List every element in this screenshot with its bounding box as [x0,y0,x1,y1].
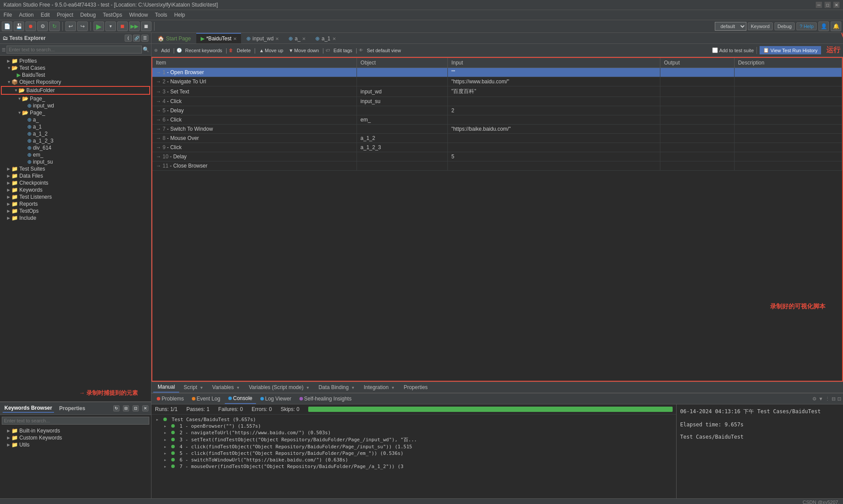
stop-button[interactable]: ⏹ [117,21,128,31]
settings-button[interactable]: ⚙ [37,21,48,31]
debug-stop-button[interactable]: ⏹ [141,21,151,31]
sub-tab-properties[interactable]: Properties [399,382,432,392]
keyword-button[interactable]: Keyword [748,22,773,30]
tree-item-a1[interactable]: ⊕ a_1 [0,123,151,130]
delete-button[interactable]: Delete [235,47,252,54]
sub-tab-data-binding[interactable]: Data Binding ▼ [314,382,359,392]
bottom-tab-event-log[interactable]: Event Log [188,394,224,404]
kb-close-button[interactable]: ✕ [142,405,148,411]
save-button[interactable]: 💾 [14,21,24,31]
table-row[interactable]: → 5 - Delay2 [152,106,842,115]
kb-options-button[interactable]: ⊟ [123,405,129,411]
move-up-button[interactable]: ▲ Move up [257,47,285,54]
link-editor-button[interactable]: 🔗 [133,35,140,42]
a-tab-close[interactable]: ✕ [302,36,306,41]
run-dropdown[interactable]: ▼ [105,21,116,31]
table-row[interactable]: → 7 - Switch To Window"https://baike.bai… [152,125,842,134]
menu-edit[interactable]: Edit [37,11,54,19]
recent-keywords-button[interactable]: Recent keywords [184,47,224,54]
refresh-button[interactable]: ↻ [49,21,60,31]
tree-item-builtin-keywords[interactable]: ▶ 📁 Built-in Keywords [0,427,151,434]
sub-tab-variables-script[interactable]: Variables (Script mode) ▼ [245,382,314,392]
table-row[interactable]: → 11 - Close Browser [152,161,842,171]
menu-project[interactable]: Project [53,11,76,19]
tab-baidutest[interactable]: ▶ *BaiduTest ✕ [196,33,241,43]
tree-item-page1[interactable]: ▼ 📂 Page_ [0,95,151,102]
tree-item-custom-keywords[interactable]: ▶ 📁 Custom Keywords [0,434,151,441]
console-log-0[interactable]: ▸ Test Cases/BaiduTest (9.657s) [153,416,674,423]
keywords-browser-tab[interactable]: Keywords Browser [3,404,54,413]
bottom-tab-console[interactable]: Console [225,393,256,404]
tree-item-profiles[interactable]: ▶ 📁 Profiles [0,57,151,64]
menu-window[interactable]: Window [126,11,151,19]
console-log-5[interactable]: ▸ 5 - click(findTestObject("Object Repos… [153,450,674,457]
properties-tab[interactable]: Properties [58,404,87,412]
menu-testops[interactable]: TestOps [99,11,126,19]
add-button[interactable]: Add [159,47,172,54]
table-row[interactable]: → 4 - Clickinput_su [152,97,842,106]
tree-item-a12[interactable]: ⊕ a_1_2 [0,130,151,137]
kb-refresh-button[interactable]: ↻ [113,405,119,411]
menu-action[interactable]: Action [15,11,37,19]
search-icon[interactable]: 🔍 [143,46,149,53]
move-down-button[interactable]: ▼ Move down [287,47,321,54]
help-button[interactable]: ? Help [796,22,817,30]
sub-tab-integration[interactable]: Integration ▼ [359,382,399,392]
view-test-run-history-button[interactable]: 📋 View Test Run History [760,46,821,54]
redo-button[interactable]: ↪ [77,21,88,31]
sub-tab-script[interactable]: Script ▼ [179,382,208,392]
tab-a[interactable]: ⊕ a_ ✕ [284,33,310,43]
record-button[interactable]: ⏺ [25,21,36,31]
tab-start-page[interactable]: 🏠 Start Page [153,33,195,43]
console-log-1[interactable]: ▸ 1 - openBrowser("") (1.557s) [153,423,674,429]
tree-item-data-files[interactable]: ▶ 📁 Data Files [0,172,151,179]
table-row[interactable]: → 10 - Delay5 [152,152,842,161]
tab-input-wd[interactable]: ⊕ input_wd ✕ [242,33,283,43]
bottom-tab-log-viewer[interactable]: Log Viewer [257,394,295,404]
menu-tools[interactable]: Tools [151,11,171,19]
table-row[interactable]: → 6 - Clickem_ [152,115,842,125]
tree-item-testops[interactable]: ▶ 📁 TestOps [0,207,151,214]
bottom-settings-icon[interactable]: ⚙ [812,396,817,402]
tree-item-div614[interactable]: ⊕ div_614 [0,144,151,151]
table-row[interactable]: → 3 - Set Textinput_wd"百度百科" [152,86,842,97]
sub-tab-variables[interactable]: Variables ▼ [208,382,244,392]
kb-maximize-button[interactable]: ⊡ [133,405,139,411]
collapse-all-button[interactable]: ⟨ [125,35,132,42]
tree-item-baidutest[interactable]: ▶ BaiduTest [0,71,151,79]
bottom-options-icon[interactable]: ⋮ [825,396,830,402]
explorer-search-input[interactable] [7,46,142,54]
console-log-2[interactable]: ▸ 2 - navigateToUrl("https://www.baidu.c… [153,429,674,436]
table-row[interactable]: → 9 - Clicka_1_2_3 [152,143,842,152]
console-log-3[interactable]: ▸ 3 - setText(findTestObject("Object Rep… [153,436,674,443]
tree-item-test-cases[interactable]: ▼ 📂 Test Cases [0,64,151,71]
table-row[interactable]: → 2 - Navigate To Url"https://www.baidu.… [152,77,842,86]
keywords-search-input[interactable] [2,417,149,425]
undo-button[interactable]: ↩ [65,21,76,31]
run-button[interactable]: ▶ [94,21,104,31]
user-icon[interactable]: 👤 [818,21,829,31]
table-row[interactable]: → 1 - Open Browser"" [152,68,842,77]
tree-item-checkpoints[interactable]: ▶ 📁 Checkpoints [0,179,151,186]
tree-item-test-listeners[interactable]: ▶ 📁 Test Listeners [0,193,151,200]
bottom-dropdown-icon[interactable]: ▼ [818,396,823,402]
debug-mode-button[interactable]: Debug [775,22,795,30]
console-log-6[interactable]: ▸ 6 - switchToWindowUrl("https://baike.b… [153,457,674,463]
bottom-minimize-icon[interactable]: ⊟ [832,396,836,402]
bottom-maximize-icon[interactable]: ⊡ [837,396,841,402]
input-wd-tab-close[interactable]: ✕ [275,36,279,41]
bottom-tab-self-healing[interactable]: Self-healing Insights [296,394,355,404]
tree-item-include[interactable]: ▶ 📁 Include [0,214,151,222]
menu-help[interactable]: Help [171,11,189,19]
notification-icon[interactable]: 🔔 [831,21,841,31]
tree-item-test-suites[interactable]: ▶ 📁 Test Suites [0,165,151,172]
tree-item-a123[interactable]: ⊕ a_1_2_3 [0,137,151,144]
bottom-tab-problems[interactable]: Problems [153,394,187,404]
tree-item-input-wd[interactable]: ⊕ input_wd [0,102,151,109]
tab-a1[interactable]: ⊕ a_1 ✕ [311,33,340,43]
tree-item-a[interactable]: ⊕ a_ [0,116,151,123]
tree-item-reports[interactable]: ▶ 📁 Reports [0,200,151,207]
edit-tags-button[interactable]: Edit tags [332,47,354,54]
tree-item-utils[interactable]: ▶ 📁 Utils [0,441,151,448]
set-default-view-button[interactable]: Set default view [365,47,403,54]
